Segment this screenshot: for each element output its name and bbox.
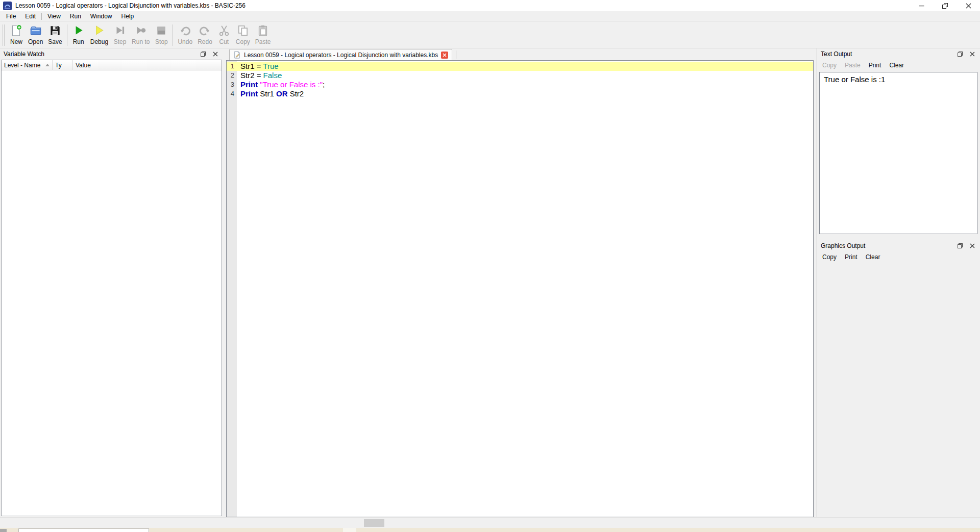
editor-tab[interactable]: Lesson 0059 - Logical operators - Logica… xyxy=(229,49,452,60)
toolbar-button-label: New xyxy=(10,38,22,45)
redo-icon xyxy=(198,23,211,38)
paste-icon xyxy=(256,23,270,38)
text-output-print-button[interactable]: Print xyxy=(865,61,886,70)
tab-bar-divider xyxy=(456,50,456,59)
toolbar-drag-handle[interactable] xyxy=(3,24,5,46)
background-window-strip xyxy=(0,528,980,532)
toolbar-button-label: Run to xyxy=(132,38,150,45)
text-output-content[interactable]: True or False is :1 xyxy=(819,72,977,234)
open-icon xyxy=(29,23,42,38)
text-output-clear-button[interactable]: Clear xyxy=(885,61,908,70)
toolbar-button-undo: Undo xyxy=(175,23,195,45)
minimize-button[interactable] xyxy=(910,0,933,11)
toolbar-button-cut: Cut xyxy=(215,23,233,45)
restore-button[interactable] xyxy=(933,0,957,11)
background-window-fragment xyxy=(0,529,7,532)
toolbar-button-open[interactable]: Open xyxy=(26,23,45,45)
editor-area: Lesson 0059 - Logical operators - Logica… xyxy=(226,48,814,517)
toolbar-button-copy: Copy xyxy=(233,23,253,45)
toolbar-button-debug[interactable]: Debug xyxy=(88,23,111,45)
line-number: 1 xyxy=(227,62,237,71)
sort-indicator-icon xyxy=(45,64,50,66)
toolbar-button-label: Stop xyxy=(155,38,168,45)
column-header-value[interactable]: Value xyxy=(73,60,222,70)
close-panel-icon[interactable] xyxy=(969,242,976,249)
toolbar-separator xyxy=(67,24,67,46)
scrollbar-thumb[interactable] xyxy=(364,519,384,527)
text-output-title-bar: Text Output xyxy=(817,48,980,60)
code-line-4[interactable]: 4Print Str1 OR Str2 xyxy=(227,89,813,98)
main-area: Variable Watch Level - NameTyValue Le xyxy=(0,48,980,517)
float-panel-icon[interactable] xyxy=(957,242,964,249)
run-icon xyxy=(72,23,85,38)
toolbar-button-save[interactable]: Save xyxy=(45,23,64,45)
close-panel-icon[interactable] xyxy=(969,50,976,58)
toolbar-button-label: Run xyxy=(73,38,84,45)
toolbar-button-label: Open xyxy=(28,38,43,45)
menu-item-view[interactable]: View xyxy=(43,12,65,21)
graphics-output-toolbar: CopyPrintClear xyxy=(817,251,980,263)
text-output-paste-button: Paste xyxy=(841,61,865,70)
variable-watch-body[interactable] xyxy=(2,70,222,516)
line-number: 3 xyxy=(227,80,237,89)
close-panel-icon[interactable] xyxy=(212,50,219,58)
debug-icon xyxy=(92,23,106,38)
column-header-label: Ty xyxy=(55,62,62,69)
close-button[interactable] xyxy=(957,0,980,11)
text-output-title: Text Output xyxy=(821,50,852,58)
text-output-toolbar: CopyPastePrintClear xyxy=(817,60,980,71)
toolbar-button-label: Paste xyxy=(255,38,271,45)
graphics-output-copy-button[interactable]: Copy xyxy=(818,252,841,262)
toolbar-button-new[interactable]: New xyxy=(7,23,26,45)
menu-item-run[interactable]: Run xyxy=(65,12,86,21)
window-controls xyxy=(910,0,980,11)
toolbar-separator xyxy=(173,24,173,46)
output-panels: Text Output CopyPastePrintClear True or … xyxy=(817,48,980,517)
graphics-output-panel: Graphics Output CopyPrintClear xyxy=(817,240,980,517)
new-icon xyxy=(10,23,23,38)
toolbar-button-label: Redo xyxy=(198,38,212,45)
graphics-output-title-bar: Graphics Output xyxy=(817,240,980,251)
variable-watch-title: Variable Watch xyxy=(4,50,44,58)
toolbar-button-step: Step xyxy=(111,23,129,45)
app-icon xyxy=(3,2,12,10)
code-line-3[interactable]: 3Print "True or False is :"; xyxy=(227,80,813,89)
text-output-panel: Text Output CopyPastePrintClear True or … xyxy=(817,48,980,237)
toolbar-button-run[interactable]: Run xyxy=(69,23,88,45)
toolbar-button-label: Step xyxy=(114,38,127,45)
toolbar-button-label: Copy xyxy=(236,38,250,45)
menu-item-window[interactable]: Window xyxy=(86,12,117,21)
toolbar-button-redo: Redo xyxy=(195,23,215,45)
code-editor[interactable]: 1Str1 = True2Str2 = False3Print "True or… xyxy=(226,60,814,517)
float-panel-icon[interactable] xyxy=(957,50,964,58)
code-line-1[interactable]: 1Str1 = True xyxy=(227,62,813,71)
code-text: Str1 = True xyxy=(237,62,279,71)
column-header-label: Level - Name xyxy=(4,62,40,69)
column-header-level---name[interactable]: Level - Name xyxy=(2,60,53,70)
tab-close-button[interactable] xyxy=(441,52,448,59)
float-panel-icon[interactable] xyxy=(200,50,207,58)
graphics-output-title: Graphics Output xyxy=(821,242,865,249)
menu-item-file[interactable]: File xyxy=(2,12,20,21)
file-icon xyxy=(233,51,241,59)
column-header-label: Value xyxy=(76,62,91,69)
code-line-2[interactable]: 2Str2 = False xyxy=(227,71,813,80)
undo-icon xyxy=(179,23,192,38)
title-bar: Lesson 0059 - Logical operators - Logica… xyxy=(0,0,980,11)
editor-tab-bar: Lesson 0059 - Logical operators - Logica… xyxy=(226,48,814,60)
graphics-output-content[interactable] xyxy=(817,263,980,517)
toolbar-button-paste: Paste xyxy=(253,23,274,45)
menu-item-edit[interactable]: Edit xyxy=(20,12,40,21)
editor-tab-label: Lesson 0059 - Logical operators - Logica… xyxy=(244,52,438,59)
code-text: Str2 = False xyxy=(237,71,282,80)
column-header-ty[interactable]: Ty xyxy=(53,60,73,70)
toolbar-button-label: Undo xyxy=(178,38,192,45)
code-text: Print Str1 OR Str2 xyxy=(237,89,304,98)
variable-watch-panel: Variable Watch Level - NameTyValue xyxy=(0,48,223,517)
menu-item-help[interactable]: Help xyxy=(117,12,139,21)
variable-watch-header: Level - NameTyValue xyxy=(2,60,222,70)
graphics-output-print-button[interactable]: Print xyxy=(841,252,862,262)
line-number: 4 xyxy=(227,89,237,98)
status-bar xyxy=(0,517,980,528)
graphics-output-clear-button[interactable]: Clear xyxy=(862,252,885,262)
